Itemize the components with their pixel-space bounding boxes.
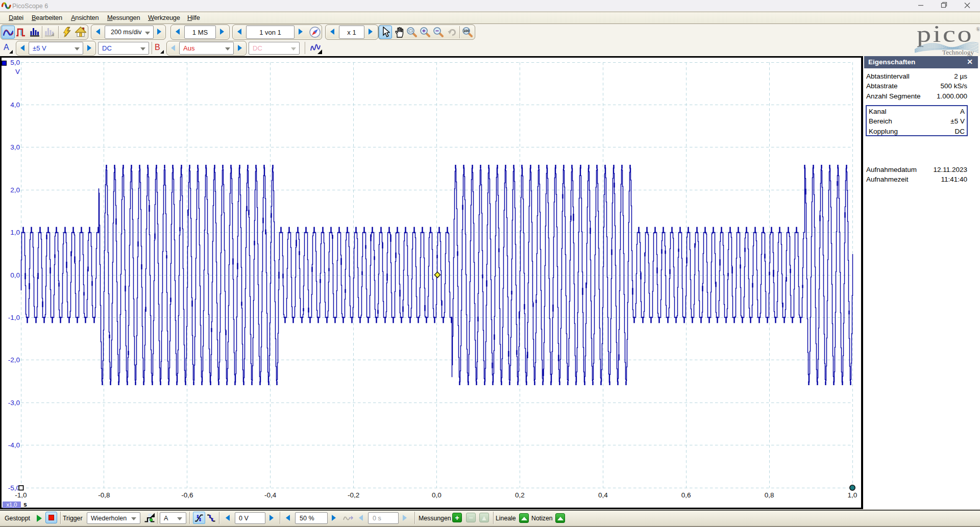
svg-text:0,6: 0,6 [681,491,691,499]
svg-text:®: ® [976,26,980,32]
svg-text:-2,0: -2,0 [8,356,20,364]
svg-text:-1,0: -1,0 [15,491,27,499]
svg-text:2,0: 2,0 [10,186,20,194]
svg-text:-0,4: -0,4 [264,491,277,499]
svg-text:-0,2: -0,2 [348,491,359,499]
svg-text:V: V [15,68,20,76]
svg-text:100: 100 [463,29,470,33]
svg-text:-5,0: -5,0 [8,484,20,492]
svg-text:-3,0: -3,0 [8,399,20,407]
svg-text:0,4: 0,4 [598,491,608,499]
svg-text:1,0: 1,0 [848,491,857,499]
svg-text:pico: pico [917,24,973,47]
svg-text:0,2: 0,2 [515,491,525,499]
svg-text:0,8: 0,8 [765,491,774,499]
svg-text:-0,8: -0,8 [98,491,110,499]
svg-text:-1,0: -1,0 [8,314,20,321]
svg-text:5,0: 5,0 [10,59,20,66]
svg-text:Technology: Technology [942,48,974,56]
svg-text:1,0: 1,0 [10,229,20,236]
svg-text:4,0: 4,0 [10,101,20,109]
svg-text:0,0: 0,0 [432,491,442,499]
svg-text:-4,0: -4,0 [8,441,20,449]
svg-text:3,0: 3,0 [10,143,20,151]
svg-text:0,0: 0,0 [10,271,20,279]
svg-text:-0,6: -0,6 [181,491,193,499]
